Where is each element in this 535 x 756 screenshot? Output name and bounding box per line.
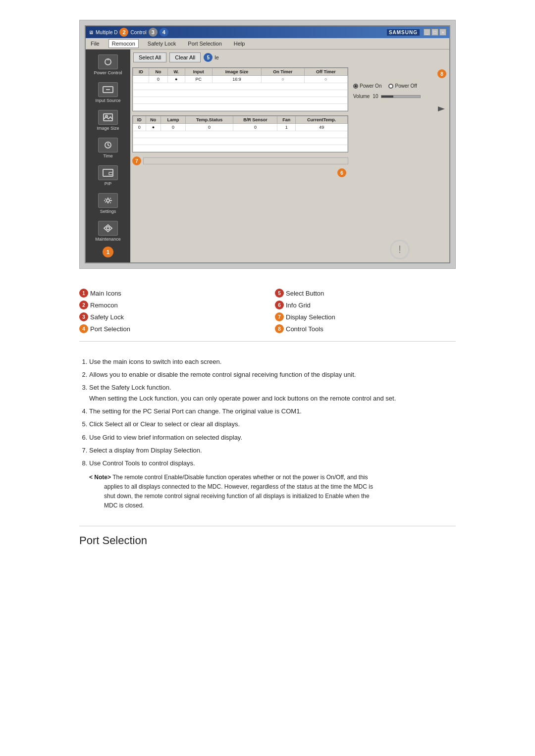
left-col: ID No W. Input Image Size On Timer Off T…: [130, 66, 350, 262]
sidebar-label-settings: Settings: [100, 209, 116, 214]
circle-badge-1: 1: [103, 247, 113, 257]
instructions-ol: Use the main icons to switch into each s…: [79, 356, 456, 469]
circle-badge-6: 6: [337, 168, 346, 177]
time-icon: [98, 138, 118, 152]
minimize-button[interactable]: _: [424, 29, 430, 36]
maintenance-icon: [98, 221, 118, 236]
radio-circle-off: [388, 84, 393, 89]
instruction-6: Use Grid to view brief information on se…: [89, 432, 456, 443]
legend-badge-4: 4: [79, 324, 88, 333]
volume-label: Volume: [353, 94, 370, 99]
cell-id: [133, 76, 149, 83]
menu-file[interactable]: File: [88, 40, 103, 48]
volume-row: Volume 10: [353, 94, 421, 99]
legend-item-7: 7 Display Selection: [275, 312, 456, 321]
sidebar-item-time[interactable]: Time: [88, 136, 128, 160]
table-row[interactable]: 0 ● PC 16:9 ○ ○: [133, 76, 348, 83]
sidebar-item-image[interactable]: Image Size: [88, 108, 128, 133]
file-label: le: [214, 54, 219, 60]
info-col-curtemp: CurrentTemp.: [296, 116, 348, 124]
col-w: W.: [167, 68, 185, 76]
sidebar-item-power[interactable]: Power Control: [88, 52, 128, 77]
info-col-no: No: [146, 116, 160, 124]
legend-label-7: Display Selection: [286, 313, 335, 321]
display-grid-upper: ID No W. Input Image Size On Timer Off T…: [132, 67, 348, 111]
power-controls: Power On Power Off: [353, 83, 417, 89]
menu-remocon[interactable]: Remocon: [108, 39, 139, 48]
select-all-button[interactable]: Select All: [133, 52, 166, 62]
info-row-empty-3: [133, 145, 348, 152]
display-selection-bar[interactable]: [143, 157, 348, 164]
warning-icon: !: [390, 240, 410, 259]
legend-label-4: Port Selection: [90, 325, 130, 333]
app-icon: 🖥: [89, 30, 94, 35]
legend-badge-2: 2: [79, 301, 88, 309]
title-bar: 🖥 Multiple D 2 Control 3 4 SAMSUNG _ □ ×: [86, 26, 449, 38]
info-cell-br: 0: [233, 124, 277, 131]
cell-no: 0: [149, 76, 168, 83]
legend-badge-7: 7: [275, 312, 284, 321]
legend-item-6: 6 Info Grid: [275, 301, 456, 309]
maximize-button[interactable]: □: [431, 29, 438, 36]
title-text-2: Control: [130, 30, 146, 35]
sidebar-item-input[interactable]: Input Source: [88, 80, 128, 105]
power-off-radio[interactable]: Power Off: [388, 83, 417, 89]
app-window: 🖥 Multiple D 2 Control 3 4 SAMSUNG _ □ ×: [85, 25, 450, 263]
circle-badge-2: 2: [119, 28, 128, 37]
cell-image-size: 16:9: [212, 76, 261, 83]
legend-section: 1 Main Icons 2 Remocon 3 Safety Lock 4 P…: [79, 289, 456, 342]
power-on-radio[interactable]: Power On: [353, 83, 381, 89]
svg-point-10: [107, 227, 109, 230]
legend-badge-3: 3: [79, 312, 88, 321]
volume-slider[interactable]: [381, 95, 421, 98]
instruction-4: The setting for the PC Serial Port can c…: [89, 406, 456, 417]
info-row-empty-2: [133, 138, 348, 145]
sidebar-item-maintenance[interactable]: Maintenance: [88, 219, 128, 244]
legend-label-2: Remocon: [90, 302, 118, 309]
info-cell-curtemp: 49: [296, 124, 348, 131]
cell-off-timer: ○: [304, 76, 347, 83]
input-icon: [98, 82, 118, 97]
legend-label-8: Control Tools: [286, 325, 323, 333]
col-on-timer: On Timer: [262, 68, 304, 76]
legend-item-3: 3 Safety Lock: [79, 312, 260, 321]
volume-icon: [436, 104, 446, 114]
menu-port-selection[interactable]: Port Selection: [185, 40, 224, 48]
note-block: < Note> The remote control Enable/Disabl…: [79, 473, 456, 511]
note-text: The remote control Enable/Disable functi…: [89, 474, 373, 509]
samsung-logo: SAMSUNG: [387, 29, 420, 36]
clear-all-button[interactable]: Clear All: [169, 52, 201, 62]
menu-help[interactable]: Help: [231, 40, 248, 48]
split-layout: ID No W. Input Image Size On Timer Off T…: [130, 66, 449, 262]
sidebar-item-pip[interactable]: PIP: [88, 163, 128, 188]
power-off-label: Power Off: [395, 83, 417, 89]
instruction-8: Use Control Tools to control displays.: [89, 458, 456, 469]
legend-item-8: 8 Control Tools: [275, 324, 456, 333]
instruction-5: Click Select all or Clear to select or c…: [89, 419, 456, 430]
legend-right: 5 Select Button 6 Info Grid 7 Display Se…: [275, 289, 456, 333]
page-container: 🖥 Multiple D 2 Control 3 4 SAMSUNG _ □ ×: [0, 0, 535, 567]
radio-circle-on: [353, 84, 358, 89]
info-cell-lamp: 0: [161, 124, 186, 131]
legend-left: 1 Main Icons 2 Remocon 3 Safety Lock 4 P…: [79, 289, 260, 333]
sidebar-item-settings[interactable]: Settings: [88, 191, 128, 216]
cell-w: ●: [167, 76, 185, 83]
table-row-empty-1: [133, 83, 348, 90]
info-cell-temp: 0: [185, 124, 233, 131]
image-icon: [98, 110, 118, 125]
circle-badge-5: 5: [204, 53, 213, 62]
legend-item-5: 5 Select Button: [275, 289, 456, 298]
legend-badge-8: 8: [275, 324, 284, 333]
col-input: Input: [185, 68, 212, 76]
col-id: ID: [133, 68, 149, 76]
circle-badge-3: 3: [149, 28, 158, 37]
toolbar-row: Select All Clear All 5 le: [130, 50, 449, 63]
close-button[interactable]: ×: [439, 29, 446, 36]
legend-badge-5: 5: [275, 289, 284, 298]
legend-label-3: Safety Lock: [90, 313, 124, 321]
col-image-size: Image Size: [212, 68, 261, 76]
display-table: ID No W. Input Image Size On Timer Off T…: [133, 68, 348, 111]
menu-safety-lock[interactable]: Safety Lock: [145, 40, 179, 48]
info-row[interactable]: 0 ● 0 0 0 1 49: [133, 124, 348, 131]
sidebar-label-maintenance: Maintenance: [95, 237, 121, 242]
